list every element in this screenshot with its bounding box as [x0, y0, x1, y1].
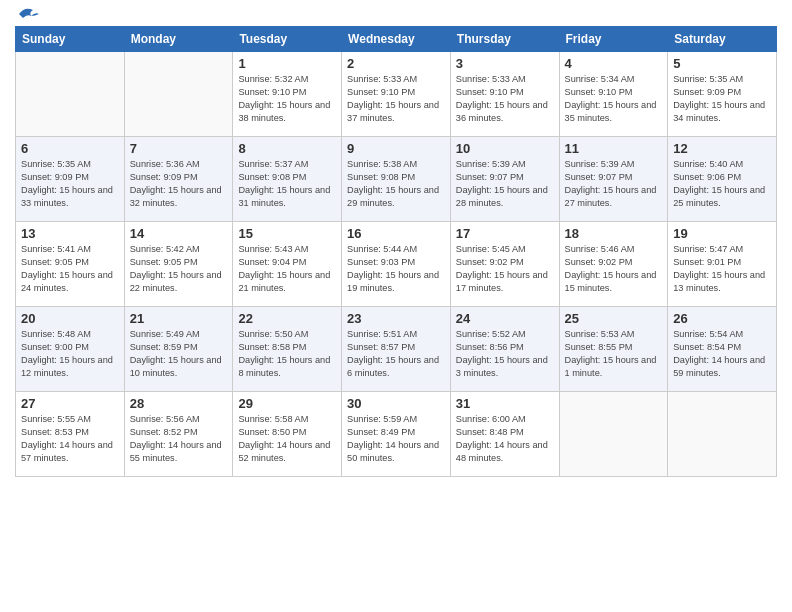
calendar-cell: 14Sunrise: 5:42 AMSunset: 9:05 PMDayligh…	[124, 222, 233, 307]
week-row-4: 20Sunrise: 5:48 AMSunset: 9:00 PMDayligh…	[16, 307, 777, 392]
day-info: Sunrise: 5:34 AMSunset: 9:10 PMDaylight:…	[565, 73, 663, 125]
calendar-cell	[668, 392, 777, 477]
week-row-5: 27Sunrise: 5:55 AMSunset: 8:53 PMDayligh…	[16, 392, 777, 477]
day-info: Sunrise: 5:39 AMSunset: 9:07 PMDaylight:…	[565, 158, 663, 210]
calendar-cell: 31Sunrise: 6:00 AMSunset: 8:48 PMDayligh…	[450, 392, 559, 477]
calendar-cell: 12Sunrise: 5:40 AMSunset: 9:06 PMDayligh…	[668, 137, 777, 222]
day-info: Sunrise: 5:48 AMSunset: 9:00 PMDaylight:…	[21, 328, 119, 380]
day-number: 16	[347, 226, 445, 241]
day-number: 26	[673, 311, 771, 326]
day-info: Sunrise: 5:38 AMSunset: 9:08 PMDaylight:…	[347, 158, 445, 210]
calendar-cell	[124, 52, 233, 137]
calendar-cell: 1Sunrise: 5:32 AMSunset: 9:10 PMDaylight…	[233, 52, 342, 137]
calendar-cell	[16, 52, 125, 137]
day-number: 11	[565, 141, 663, 156]
day-number: 29	[238, 396, 336, 411]
day-number: 28	[130, 396, 228, 411]
calendar-cell	[559, 392, 668, 477]
weekday-header-row: SundayMondayTuesdayWednesdayThursdayFrid…	[16, 27, 777, 52]
weekday-header-tuesday: Tuesday	[233, 27, 342, 52]
week-row-1: 1Sunrise: 5:32 AMSunset: 9:10 PMDaylight…	[16, 52, 777, 137]
calendar-cell: 20Sunrise: 5:48 AMSunset: 9:00 PMDayligh…	[16, 307, 125, 392]
day-info: Sunrise: 5:45 AMSunset: 9:02 PMDaylight:…	[456, 243, 554, 295]
weekday-header-friday: Friday	[559, 27, 668, 52]
day-info: Sunrise: 5:51 AMSunset: 8:57 PMDaylight:…	[347, 328, 445, 380]
day-number: 22	[238, 311, 336, 326]
day-number: 3	[456, 56, 554, 71]
day-number: 13	[21, 226, 119, 241]
day-number: 1	[238, 56, 336, 71]
calendar-cell: 26Sunrise: 5:54 AMSunset: 8:54 PMDayligh…	[668, 307, 777, 392]
calendar-cell: 30Sunrise: 5:59 AMSunset: 8:49 PMDayligh…	[342, 392, 451, 477]
day-info: Sunrise: 5:39 AMSunset: 9:07 PMDaylight:…	[456, 158, 554, 210]
header	[15, 10, 777, 18]
day-info: Sunrise: 5:35 AMSunset: 9:09 PMDaylight:…	[21, 158, 119, 210]
day-info: Sunrise: 5:33 AMSunset: 9:10 PMDaylight:…	[347, 73, 445, 125]
day-info: Sunrise: 5:32 AMSunset: 9:10 PMDaylight:…	[238, 73, 336, 125]
calendar-cell: 22Sunrise: 5:50 AMSunset: 8:58 PMDayligh…	[233, 307, 342, 392]
calendar-cell: 24Sunrise: 5:52 AMSunset: 8:56 PMDayligh…	[450, 307, 559, 392]
day-info: Sunrise: 5:47 AMSunset: 9:01 PMDaylight:…	[673, 243, 771, 295]
weekday-header-saturday: Saturday	[668, 27, 777, 52]
day-info: Sunrise: 5:58 AMSunset: 8:50 PMDaylight:…	[238, 413, 336, 465]
calendar-cell: 4Sunrise: 5:34 AMSunset: 9:10 PMDaylight…	[559, 52, 668, 137]
calendar-cell: 16Sunrise: 5:44 AMSunset: 9:03 PMDayligh…	[342, 222, 451, 307]
day-info: Sunrise: 5:35 AMSunset: 9:09 PMDaylight:…	[673, 73, 771, 125]
weekday-header-sunday: Sunday	[16, 27, 125, 52]
day-number: 6	[21, 141, 119, 156]
day-info: Sunrise: 5:56 AMSunset: 8:52 PMDaylight:…	[130, 413, 228, 465]
day-info: Sunrise: 5:36 AMSunset: 9:09 PMDaylight:…	[130, 158, 228, 210]
calendar-cell: 8Sunrise: 5:37 AMSunset: 9:08 PMDaylight…	[233, 137, 342, 222]
day-info: Sunrise: 5:49 AMSunset: 8:59 PMDaylight:…	[130, 328, 228, 380]
calendar-cell: 27Sunrise: 5:55 AMSunset: 8:53 PMDayligh…	[16, 392, 125, 477]
calendar-cell: 3Sunrise: 5:33 AMSunset: 9:10 PMDaylight…	[450, 52, 559, 137]
day-number: 20	[21, 311, 119, 326]
day-info: Sunrise: 5:42 AMSunset: 9:05 PMDaylight:…	[130, 243, 228, 295]
day-info: Sunrise: 5:46 AMSunset: 9:02 PMDaylight:…	[565, 243, 663, 295]
day-number: 14	[130, 226, 228, 241]
calendar-cell: 9Sunrise: 5:38 AMSunset: 9:08 PMDaylight…	[342, 137, 451, 222]
day-number: 24	[456, 311, 554, 326]
calendar-cell: 25Sunrise: 5:53 AMSunset: 8:55 PMDayligh…	[559, 307, 668, 392]
day-number: 21	[130, 311, 228, 326]
calendar-cell: 28Sunrise: 5:56 AMSunset: 8:52 PMDayligh…	[124, 392, 233, 477]
calendar-cell: 10Sunrise: 5:39 AMSunset: 9:07 PMDayligh…	[450, 137, 559, 222]
calendar-table: SundayMondayTuesdayWednesdayThursdayFrid…	[15, 26, 777, 477]
day-number: 10	[456, 141, 554, 156]
day-info: Sunrise: 5:41 AMSunset: 9:05 PMDaylight:…	[21, 243, 119, 295]
day-info: Sunrise: 5:33 AMSunset: 9:10 PMDaylight:…	[456, 73, 554, 125]
logo	[15, 10, 39, 18]
day-info: Sunrise: 5:53 AMSunset: 8:55 PMDaylight:…	[565, 328, 663, 380]
calendar-cell: 5Sunrise: 5:35 AMSunset: 9:09 PMDaylight…	[668, 52, 777, 137]
logo-bird-icon	[17, 6, 39, 22]
day-number: 9	[347, 141, 445, 156]
day-number: 27	[21, 396, 119, 411]
day-info: Sunrise: 5:43 AMSunset: 9:04 PMDaylight:…	[238, 243, 336, 295]
day-info: Sunrise: 5:54 AMSunset: 8:54 PMDaylight:…	[673, 328, 771, 380]
calendar-cell: 18Sunrise: 5:46 AMSunset: 9:02 PMDayligh…	[559, 222, 668, 307]
day-number: 12	[673, 141, 771, 156]
day-info: Sunrise: 5:52 AMSunset: 8:56 PMDaylight:…	[456, 328, 554, 380]
day-number: 4	[565, 56, 663, 71]
weekday-header-monday: Monday	[124, 27, 233, 52]
day-number: 8	[238, 141, 336, 156]
calendar-cell: 7Sunrise: 5:36 AMSunset: 9:09 PMDaylight…	[124, 137, 233, 222]
day-number: 18	[565, 226, 663, 241]
calendar-cell: 11Sunrise: 5:39 AMSunset: 9:07 PMDayligh…	[559, 137, 668, 222]
day-number: 30	[347, 396, 445, 411]
day-info: Sunrise: 5:40 AMSunset: 9:06 PMDaylight:…	[673, 158, 771, 210]
calendar-cell: 23Sunrise: 5:51 AMSunset: 8:57 PMDayligh…	[342, 307, 451, 392]
day-info: Sunrise: 5:37 AMSunset: 9:08 PMDaylight:…	[238, 158, 336, 210]
day-info: Sunrise: 5:59 AMSunset: 8:49 PMDaylight:…	[347, 413, 445, 465]
day-info: Sunrise: 5:44 AMSunset: 9:03 PMDaylight:…	[347, 243, 445, 295]
calendar-cell: 6Sunrise: 5:35 AMSunset: 9:09 PMDaylight…	[16, 137, 125, 222]
calendar-cell: 21Sunrise: 5:49 AMSunset: 8:59 PMDayligh…	[124, 307, 233, 392]
day-info: Sunrise: 5:50 AMSunset: 8:58 PMDaylight:…	[238, 328, 336, 380]
calendar-cell: 15Sunrise: 5:43 AMSunset: 9:04 PMDayligh…	[233, 222, 342, 307]
calendar-container: SundayMondayTuesdayWednesdayThursdayFrid…	[0, 0, 792, 487]
week-row-2: 6Sunrise: 5:35 AMSunset: 9:09 PMDaylight…	[16, 137, 777, 222]
day-number: 31	[456, 396, 554, 411]
calendar-cell: 29Sunrise: 5:58 AMSunset: 8:50 PMDayligh…	[233, 392, 342, 477]
day-info: Sunrise: 6:00 AMSunset: 8:48 PMDaylight:…	[456, 413, 554, 465]
day-number: 19	[673, 226, 771, 241]
